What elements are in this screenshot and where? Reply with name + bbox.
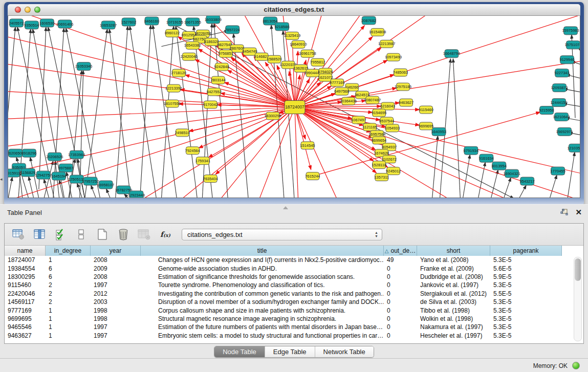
graph-node[interactable]: 20691406 (56, 20, 73, 28)
graph-edge[interactable] (29, 177, 34, 198)
table-cell[interactable]: 5.3E-5 (490, 332, 562, 339)
table-cell[interactable]: Tourette syndrome. Phenomenology and cla… (141, 281, 384, 289)
graph-edge[interactable] (519, 185, 526, 198)
graph-node[interactable]: 12213987 (378, 40, 395, 48)
table-cell[interactable]: 5.6E-5 (490, 265, 562, 272)
table-cell[interactable]: Franke et al. (2009) (417, 265, 490, 272)
table-row[interactable]: 1872400712008Changes of HCN gene express… (5, 256, 583, 264)
graph-node[interactable]: 16958107 (97, 181, 114, 189)
table-settings-button[interactable] (12, 228, 25, 241)
graph-node[interactable]: 22420046 (181, 53, 198, 60)
graph-node[interactable]: 10719155 (166, 18, 183, 26)
table-cell[interactable]: 2009 (91, 265, 141, 272)
graph-edge[interactable] (233, 34, 248, 198)
table-cell[interactable]: 1 (46, 332, 91, 339)
graph-node[interactable]: 9215958 (539, 106, 554, 115)
graph-node[interactable]: 8013954 (492, 162, 507, 170)
graph-node[interactable]: 17353964 (68, 150, 85, 159)
clear-selection-button[interactable] (75, 228, 88, 241)
table-cell[interactable]: 6 (46, 265, 91, 272)
delete-table-button[interactable] (138, 228, 151, 241)
graph-node[interactable]: 9699695 (419, 122, 433, 130)
graph-edge[interactable] (91, 185, 96, 198)
column-header-name[interactable]: name (5, 246, 46, 256)
column-header-pagerank[interactable]: pagerank (490, 246, 562, 256)
table-cell[interactable]: 0 (384, 307, 417, 314)
graph-node[interactable]: 16210643 (553, 113, 570, 121)
graph-node[interactable]: 7615244 (305, 172, 320, 180)
graph-node[interactable]: 6791934 (464, 146, 478, 155)
graph-node[interactable]: 18300295 (264, 112, 281, 120)
graph-edge[interactable] (295, 107, 580, 198)
table-cell[interactable]: 5.3E-5 (490, 307, 562, 314)
graph-node[interactable]: 9975887 (58, 164, 73, 172)
graph-node[interactable]: 9242848 (214, 63, 229, 71)
table-cell[interactable]: 0 (384, 323, 417, 331)
graph-edge[interactable] (504, 178, 511, 198)
graph-node[interactable]: 10653287 (100, 21, 117, 29)
graph-node[interactable]: 9543217 (520, 177, 535, 185)
table-selector-dropdown[interactable]: citations_edges.txt ▲▼ (182, 229, 382, 240)
table-cell[interactable]: 1998 (91, 307, 141, 314)
function-builder-button[interactable]: f(x) (159, 228, 172, 241)
graph-node[interactable]: 1528118 (372, 161, 386, 169)
graph-node[interactable]: 9227343 (555, 69, 570, 77)
graph-node[interactable]: 12975185 (395, 83, 411, 91)
graph-edge[interactable] (8, 177, 12, 198)
graph-node[interactable]: 1770455 (551, 167, 565, 175)
graph-node[interactable]: 12093872 (551, 84, 568, 92)
graph-node[interactable]: 1054933 (385, 124, 400, 132)
table-cell[interactable]: 5.3E-5 (490, 256, 562, 264)
graph-node[interactable]: 8466160 (144, 17, 159, 25)
graph-node[interactable]: 1759341 (195, 157, 210, 165)
tab-network-table[interactable]: Network Table (315, 346, 374, 357)
graph-node[interactable]: 12103504 (567, 144, 580, 152)
graph-node[interactable]: 16671355 (184, 18, 201, 26)
table-cell[interactable]: Genome-wide association studies in ADHD. (141, 265, 384, 272)
table-cell[interactable]: 2 (46, 298, 91, 305)
graph-edge[interactable] (295, 107, 580, 194)
column-selector-button[interactable] (33, 228, 46, 241)
table-cell[interactable]: 2 (46, 281, 91, 289)
graph-node[interactable]: 7485063 (393, 69, 408, 76)
table-row[interactable]: 946554611997Estimation of the future num… (5, 323, 583, 331)
table-cell[interactable]: 2008 (91, 273, 141, 280)
graph-node[interactable]: 9777169 (330, 79, 344, 86)
table-cell[interactable]: 0 (384, 265, 417, 272)
graph-node[interactable]: 1645194 (51, 172, 66, 180)
table-cell[interactable]: Yano et al. (2008) (417, 256, 490, 264)
table-cell[interactable]: 5.3E-5 (490, 315, 562, 322)
table-cell[interactable]: 49 (384, 256, 417, 264)
graph-node[interactable]: 7955812 (310, 58, 325, 66)
graph-node[interactable]: 12923448 (128, 191, 145, 198)
graph-edge[interactable] (432, 136, 438, 198)
graph-node[interactable]: 1514545 (300, 142, 315, 149)
graph-node[interactable]: 12213392 (165, 84, 182, 92)
graph-node[interactable]: 16543382 (184, 41, 201, 49)
graph-node[interactable]: 9154695 (372, 109, 386, 117)
graph-node[interactable]: 1357311 (374, 173, 389, 181)
graph-node[interactable]: 9170042 (203, 101, 218, 108)
graph-node[interactable]: 9115460 (419, 106, 433, 114)
table-cell[interactable]: 5.3E-5 (490, 298, 562, 305)
table-cell[interactable]: 9465546 (5, 323, 46, 331)
table-cell[interactable]: Embryonic stem cells: a model to study s… (141, 332, 384, 339)
graph-node[interactable]: 16154808 (369, 28, 386, 36)
graph-node[interactable]: 10807487 (364, 96, 381, 104)
table-cell[interactable]: 19384554 (5, 265, 46, 272)
close-panel-icon[interactable]: ✕ (575, 208, 582, 216)
table-cell[interactable]: 0 (384, 281, 417, 289)
table-cell[interactable]: 2 (46, 290, 91, 297)
graph-edge[interactable] (463, 155, 470, 198)
graph-node[interactable]: 8427552 (207, 88, 222, 96)
graph-edge[interactable] (8, 27, 15, 169)
table-cell[interactable]: 0 (384, 273, 417, 280)
table-row[interactable]: 2242004622012Investigating the contribut… (5, 290, 583, 298)
graph-node[interactable]: 3915911 (8, 169, 20, 177)
table-scrollbar-thumb[interactable] (575, 258, 581, 281)
graph-node[interactable]: 8960122 (165, 29, 180, 37)
graph-edge[interactable] (140, 25, 151, 198)
table-cell[interactable]: 0 (384, 290, 417, 297)
graph-edge[interactable] (153, 25, 177, 198)
graph-edge[interactable] (295, 107, 580, 198)
